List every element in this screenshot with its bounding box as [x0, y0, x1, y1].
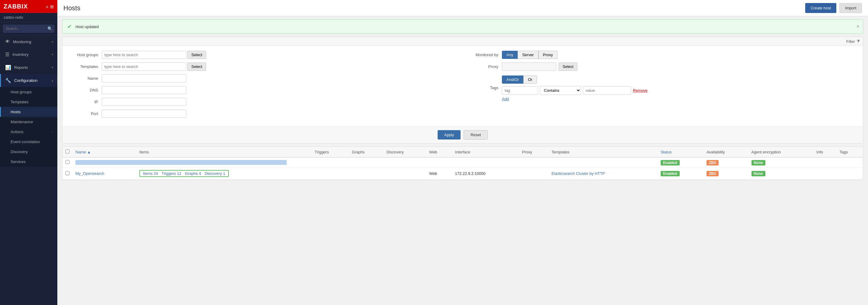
col-tags: Tags — [837, 147, 863, 157]
alert-message: Host updated — [75, 25, 99, 29]
sidebar-item-host-groups[interactable]: Host groups — [0, 87, 57, 97]
filter-right: Monitored by Any Server Proxy Proxy Sele… — [469, 51, 857, 121]
empty-bar — [75, 160, 287, 165]
items-link[interactable]: Items 24 — [143, 171, 158, 176]
apply-button[interactable]: Apply — [438, 130, 461, 140]
col-triggers: Triggers — [311, 147, 349, 157]
port-input[interactable] — [102, 110, 186, 118]
row-name-cell — [72, 157, 658, 167]
sidebar-item-inventory[interactable]: ☰ Inventory ▾ — [0, 48, 57, 61]
sidebar-item-actions[interactable]: Actions › — [0, 127, 57, 137]
host-groups-input[interactable] — [102, 51, 186, 59]
sidebar-item-monitoring[interactable]: 👁 Monitoring ▾ — [0, 35, 57, 48]
col-interface: Interface — [452, 147, 519, 157]
sidebar-item-maintenance[interactable]: Maintenance — [0, 117, 57, 127]
tag-remove-button[interactable]: Remove — [633, 88, 647, 93]
dns-label: DNS — [68, 88, 102, 92]
monitored-by-label: Monitored by — [469, 53, 502, 57]
sidebar-item-label: Maintenance — [10, 120, 53, 124]
col-templates: Templates — [549, 147, 658, 157]
filter-actions: Apply Reset — [62, 126, 863, 143]
template-link[interactable]: Elasticsearch Cluster by HTTP — [552, 171, 605, 176]
tags-and-or-button[interactable]: And/Or — [502, 75, 523, 84]
reset-button[interactable]: Reset — [464, 130, 488, 140]
monitored-proxy-button[interactable]: Proxy — [538, 51, 557, 59]
filter-row-templates: Templates Select — [68, 62, 457, 71]
col-status[interactable]: Status — [658, 147, 704, 157]
templates-input[interactable] — [102, 62, 186, 71]
header-actions: Create host Import — [805, 3, 862, 13]
row-checkbox[interactable] — [65, 160, 69, 164]
sidebar-item-discovery[interactable]: Discovery — [0, 147, 57, 157]
row-checkbox[interactable] — [65, 171, 69, 175]
select-all-checkbox[interactable] — [65, 150, 69, 153]
search-input[interactable] — [3, 25, 54, 33]
hosts-table: Name ▲ Items Triggers Graphs Discovery W… — [62, 147, 863, 180]
table-area: Name ▲ Items Triggers Graphs Discovery W… — [62, 147, 863, 180]
row-name-cell: My_Opensearch — [72, 167, 136, 180]
sidebar-item-label: Hosts — [10, 110, 53, 114]
sidebar-subnav: Host groups Templates Hosts Maintenance … — [0, 87, 57, 167]
col-name[interactable]: Name ▲ — [72, 147, 136, 157]
search-icon[interactable]: 🔍 — [48, 26, 53, 31]
col-proxy: Proxy — [519, 147, 549, 157]
sidebar-item-label: Discovery — [10, 150, 53, 154]
monitored-any-button[interactable]: Any — [502, 51, 518, 59]
tag-condition-select[interactable]: Contains Equals Does not contain Does no… — [540, 86, 581, 95]
row-triggers-cell — [311, 167, 349, 180]
import-button[interactable]: Import — [839, 3, 862, 13]
sidebar-item-reports[interactable]: 📊 Reports ▾ — [0, 61, 57, 74]
sidebar-item-configuration[interactable]: 🔧 Configuration ▴ — [0, 74, 57, 87]
proxy-input[interactable] — [502, 62, 556, 71]
zbx-badge: ZBX — [707, 160, 719, 165]
expand-icon[interactable]: ⊞ — [50, 4, 54, 9]
row-discovery-cell — [383, 167, 426, 180]
monitored-by-group: Any Server Proxy — [502, 51, 557, 59]
row-interface-cell: 172.22.9.2:10050 — [452, 167, 519, 180]
create-host-button[interactable]: Create host — [805, 3, 836, 13]
row-status-cell: Enabled — [658, 157, 704, 167]
sidebar-item-label: Configuration — [14, 78, 52, 83]
inventory-icon: ☰ — [5, 52, 9, 57]
host-groups-select-button[interactable]: Select — [187, 51, 206, 59]
row-encryption-cell: None — [748, 167, 814, 180]
name-input[interactable] — [102, 74, 186, 83]
alert-close-button[interactable]: × — [857, 24, 859, 29]
collapse-icon[interactable]: « — [46, 4, 48, 9]
status-badge: Enabled — [661, 171, 680, 176]
main-content: Hosts Create host Import ✔ Host updated … — [57, 0, 868, 305]
host-name-link[interactable]: My_Opensearch — [75, 171, 104, 176]
templates-label: Templates — [68, 64, 102, 69]
triggers-link[interactable]: Triggers 12 — [162, 171, 181, 176]
filter-row-host-groups: Host groups Select — [68, 51, 457, 59]
graphs-link[interactable]: Graphs 4 — [185, 171, 201, 176]
none-badge: None — [751, 160, 765, 165]
sidebar-item-event-correlation[interactable]: Event correlation — [0, 137, 57, 147]
tag-value-input[interactable] — [583, 86, 631, 94]
col-agent-encryption: Agent encryption — [748, 147, 814, 157]
ip-input[interactable] — [102, 98, 186, 106]
tag-name-input[interactable] — [502, 86, 538, 94]
zbx-badge: ZBX — [707, 171, 719, 176]
sidebar-user: zabbix-redis — [0, 13, 57, 22]
discovery-link[interactable]: Discovery 1 — [205, 171, 225, 176]
sidebar-item-templates[interactable]: Templates — [0, 97, 57, 107]
tags-and-or-group: And/Or Or — [502, 75, 647, 84]
filter-area: Filter ⧩ Host groups Select Templates Se… — [62, 37, 863, 144]
sidebar-item-services[interactable]: Services — [0, 157, 57, 167]
monitored-server-button[interactable]: Server — [518, 51, 538, 59]
filter-label: Filter ⧩ — [846, 39, 860, 44]
sidebar-item-hosts[interactable]: Hosts — [0, 107, 57, 117]
row-web-cell: Web — [426, 167, 452, 180]
tag-row: Contains Equals Does not contain Does no… — [502, 86, 647, 95]
tags-or-button[interactable]: Or — [523, 75, 537, 84]
sidebar-item-label: Templates — [10, 100, 53, 104]
sidebar-item-label: Host groups — [10, 90, 53, 94]
filter-row-ip: IP — [68, 98, 457, 106]
filter-body: Host groups Select Templates Select Name — [62, 46, 863, 126]
tag-add-link[interactable]: Add — [502, 97, 509, 101]
templates-select-button[interactable]: Select — [187, 62, 206, 71]
proxy-select-button[interactable]: Select — [559, 62, 577, 71]
dns-input[interactable] — [102, 86, 186, 94]
monitoring-icon: 👁 — [5, 39, 10, 44]
